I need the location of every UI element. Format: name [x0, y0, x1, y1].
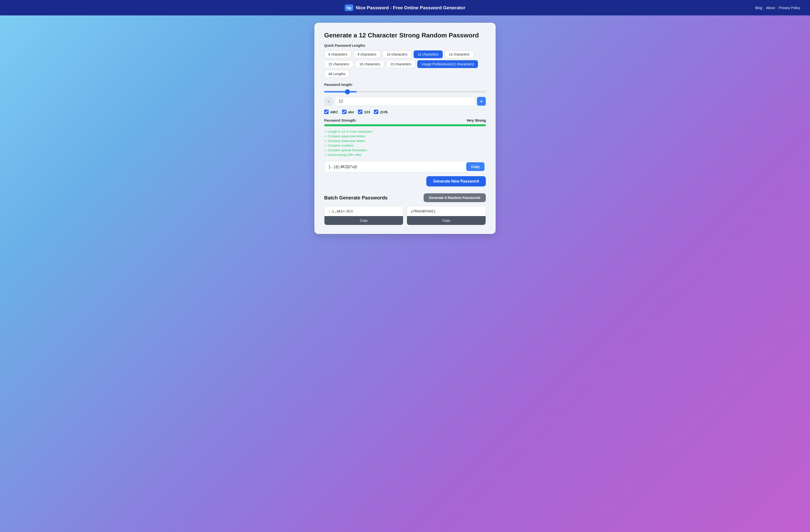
header: Np Nice Password - Free Online Password …: [0, 0, 810, 15]
criteria-item-0: ✓ Length is 12 or more characters: [324, 130, 486, 133]
header-brand: Np Nice Password - Free Online Password …: [345, 4, 466, 11]
checkbox-item-chk-special[interactable]: @#$: [374, 110, 387, 114]
header-title: Nice Password - Free Online Password Gen…: [356, 5, 466, 11]
nav-blog[interactable]: Blog: [755, 6, 762, 10]
checkbox-chk-123[interactable]: [358, 110, 362, 114]
checkbox-chk-abc-lower[interactable]: [342, 110, 346, 114]
nav-about[interactable]: About: [766, 6, 775, 10]
batch-password-item-0: :.L,&K1+:01tCopy: [324, 206, 403, 225]
criteria-item-4: ✓ Contains special characters: [324, 148, 486, 152]
copy-password-button[interactable]: Copy: [466, 162, 485, 171]
quick-length-btn-6[interactable]: 16 characters: [355, 60, 385, 68]
criteria-item-5: ✓ Good entropy (60+ bits): [324, 153, 486, 156]
checkbox-item-chk-123[interactable]: 123: [358, 110, 370, 114]
quick-length-btn-1[interactable]: 9 characters: [353, 50, 380, 58]
checkbox-label-1: abc: [348, 110, 354, 114]
increase-length-button[interactable]: +: [477, 97, 486, 106]
batch-copy-button-0[interactable]: Copy: [324, 216, 403, 225]
main-card: Generate a 12 Character Strong Random Pa…: [314, 23, 496, 234]
batch-password-text-0: :.L,&K1+:01t: [324, 206, 403, 216]
quick-length-btn-8[interactable]: Usage Preferences(12 characters): [417, 60, 478, 68]
quick-length-btn-3[interactable]: 12 characters: [414, 50, 443, 58]
length-value-input[interactable]: [335, 97, 475, 106]
slider-container: [324, 89, 486, 94]
generate-new-password-button[interactable]: Generate New Password: [426, 176, 486, 186]
batch-password-item-1: yfRUeUKFeHZjCopy: [407, 206, 486, 225]
checkbox-chk-abc-upper[interactable]: [324, 110, 329, 114]
checkbox-label-3: @#$: [380, 110, 387, 114]
password-display[interactable]: [324, 162, 465, 172]
strength-bar: [324, 124, 486, 126]
criteria-item-3: ✓ Contains numbers: [324, 144, 486, 147]
strength-bar-fill: [324, 124, 486, 126]
batch-password-text-1: yfRUeUKFeHZj: [407, 206, 486, 216]
quick-length-btn-4[interactable]: 14 characters: [445, 50, 474, 58]
page-wrapper: Generate a 12 Character Strong Random Pa…: [0, 15, 810, 244]
quick-length-btn-9[interactable]: All Lengths: [324, 70, 350, 78]
quick-length-btn-5[interactable]: 15 characters: [324, 60, 353, 68]
checkbox-label-0: ABC: [330, 110, 338, 114]
page-title: Generate a 12 Character Strong Random Pa…: [324, 32, 486, 39]
criteria-item-2: ✓ Contains lowercase letters: [324, 139, 486, 143]
criteria-list: ✓ Length is 12 or more characters✓ Conta…: [324, 130, 486, 156]
batch-header: Batch Generate Passwords Generate 6 Rand…: [324, 193, 486, 202]
length-slider[interactable]: [324, 91, 486, 93]
quick-length-btn-0[interactable]: 8 characters: [324, 50, 351, 58]
batch-generate-button[interactable]: Generate 6 Random Passwords: [424, 193, 486, 202]
checkbox-row: ABCabc123@#$: [324, 110, 486, 114]
quick-length-btn-2[interactable]: 10 characters: [383, 50, 411, 58]
header-nav: Blog · About · Privacy Policy: [755, 6, 800, 10]
checkbox-label-2: 123: [364, 110, 370, 114]
strength-label: Password Strength:: [324, 118, 357, 122]
strength-value: Very Strong: [467, 118, 486, 122]
nav-privacy[interactable]: Privacy Policy: [779, 6, 800, 10]
quick-lengths-label: Quick Password Lengths: [324, 44, 486, 48]
nav-dot-2: ·: [776, 6, 777, 10]
decrease-length-button[interactable]: -: [324, 97, 333, 106]
checkbox-item-chk-abc-lower[interactable]: abc: [342, 110, 354, 114]
criteria-item-1: ✓ Contains uppercase letters: [324, 134, 486, 138]
batch-passwords-grid: :.L,&K1+:01tCopyyfRUeUKFeHZjCopy: [324, 206, 486, 225]
strength-row: Password Strength: Very Strong: [324, 118, 486, 122]
logo-icon: Np: [345, 4, 353, 11]
slider-label: Password length:: [324, 83, 486, 87]
nav-dot-1: ·: [763, 6, 764, 10]
batch-title: Batch Generate Passwords: [324, 195, 388, 201]
length-input-row: - +: [324, 97, 486, 106]
checkbox-chk-special[interactable]: [374, 110, 378, 114]
password-output-row: Copy: [324, 161, 486, 172]
quick-length-btn-7[interactable]: 22 characters: [386, 60, 416, 68]
checkbox-item-chk-abc-upper[interactable]: ABC: [324, 110, 338, 114]
batch-copy-button-1[interactable]: Copy: [407, 216, 486, 225]
quick-lengths-container: 8 characters9 characters10 characters12 …: [324, 50, 486, 78]
